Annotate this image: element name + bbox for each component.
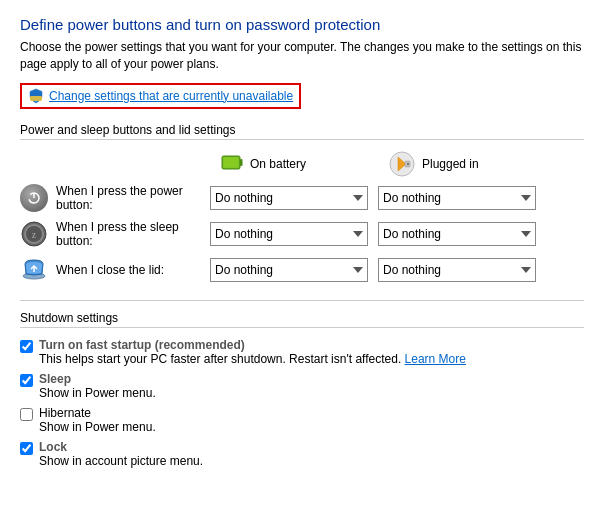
lock-subtitle: Show in account picture menu.: [39, 454, 203, 468]
lid-icon: [20, 256, 48, 284]
shutdown-section: Shutdown settings Turn on fast startup (…: [20, 311, 584, 468]
shutdown-section-label: Shutdown settings: [20, 311, 584, 328]
hibernate-checkbox[interactable]: [20, 408, 33, 421]
lid-plugged-in-dropdown-wrapper: Do nothing Sleep Hibernate Shut down Tur…: [378, 258, 536, 282]
fast-startup-checkbox[interactable]: [20, 340, 33, 353]
fast-startup-title: Turn on fast startup (recommended): [39, 338, 245, 352]
lock-item: Lock Show in account picture menu.: [20, 440, 584, 468]
section-divider: [20, 300, 584, 301]
power-section-label: Power and sleep buttons and lid settings: [20, 123, 584, 140]
sleep-button-icon: z: [20, 220, 48, 248]
svg-rect-5: [224, 158, 237, 167]
sleep-checkbox[interactable]: [20, 374, 33, 387]
lock-text: Lock Show in account picture menu.: [39, 440, 203, 468]
change-settings-link[interactable]: Change settings that are currently unava…: [28, 88, 293, 104]
power-plugged-in-dropdown[interactable]: Do nothing Sleep Hibernate Shut down Tur…: [378, 186, 536, 210]
lid-row: When I close the lid: Do nothing Sleep H…: [20, 256, 584, 284]
power-on-battery-dropdown[interactable]: Do nothing Sleep Hibernate Shut down Tur…: [210, 186, 368, 210]
power-plugged-in-dropdown-wrapper: Do nothing Sleep Hibernate Shut down Tur…: [378, 186, 536, 210]
power-button-icon: [20, 184, 48, 212]
lock-checkbox[interactable]: [20, 442, 33, 455]
shield-icon: [28, 88, 44, 104]
sleep-subtitle: Show in Power menu.: [39, 386, 156, 400]
plugged-in-label: Plugged in: [422, 157, 479, 171]
hibernate-subtitle: Show in Power menu.: [39, 420, 156, 434]
hibernate-title: Hibernate: [39, 406, 91, 420]
sleep-button-label: When I press the sleep button:: [56, 220, 210, 248]
sleep-on-battery-dropdown[interactable]: Do nothing Sleep Hibernate Shut down Tur…: [210, 222, 368, 246]
sleep-plugged-in-dropdown-wrapper: Do nothing Sleep Hibernate Shut down Tur…: [378, 222, 536, 246]
sleep-plugged-in-dropdown[interactable]: Do nothing Sleep Hibernate Shut down Tur…: [378, 222, 536, 246]
change-settings-container: Change settings that are currently unava…: [20, 83, 301, 109]
power-button-row: When I press the power button: Do nothin…: [20, 184, 584, 212]
learn-more-link[interactable]: Learn More: [405, 352, 466, 366]
on-battery-label: On battery: [250, 157, 306, 171]
change-settings-label: Change settings that are currently unava…: [49, 89, 293, 103]
page-description: Choose the power settings that you want …: [20, 39, 584, 73]
svg-rect-0: [30, 96, 42, 101]
sleep-title: Sleep: [39, 372, 71, 386]
on-battery-header: On battery: [220, 150, 388, 178]
fast-startup-item: Turn on fast startup (recommended) This …: [20, 338, 584, 366]
page-title: Define power buttons and turn on passwor…: [20, 16, 584, 33]
plugged-in-icon: [388, 150, 416, 178]
svg-rect-2: [240, 159, 243, 166]
plugged-in-header: Plugged in: [388, 150, 556, 178]
lid-plugged-in-dropdown[interactable]: Do nothing Sleep Hibernate Shut down Tur…: [378, 258, 536, 282]
hibernate-item: Hibernate Show in Power menu.: [20, 406, 584, 434]
sleep-on-battery-dropdown-wrapper: Do nothing Sleep Hibernate Shut down Tur…: [210, 222, 368, 246]
fast-startup-subtitle: This helps start your PC faster after sh…: [39, 352, 401, 366]
battery-icon: [220, 150, 244, 178]
lock-title: Lock: [39, 440, 67, 454]
sleep-button-row: z When I press the sleep button: Do noth…: [20, 220, 584, 248]
hibernate-text: Hibernate Show in Power menu.: [39, 406, 156, 434]
fast-startup-text: Turn on fast startup (recommended) This …: [39, 338, 466, 366]
lid-on-battery-dropdown[interactable]: Do nothing Sleep Hibernate Shut down Tur…: [210, 258, 368, 282]
column-headers: On battery Plugged in: [20, 150, 584, 178]
sleep-text: Sleep Show in Power menu.: [39, 372, 156, 400]
power-buttons-section: Power and sleep buttons and lid settings…: [20, 123, 584, 284]
lid-label: When I close the lid:: [56, 263, 210, 277]
lid-on-battery-dropdown-wrapper: Do nothing Sleep Hibernate Shut down Tur…: [210, 258, 368, 282]
sleep-item: Sleep Show in Power menu.: [20, 372, 584, 400]
power-button-label: When I press the power button:: [56, 184, 210, 212]
power-on-battery-dropdown-wrapper: Do nothing Sleep Hibernate Shut down Tur…: [210, 186, 368, 210]
svg-text:z: z: [32, 229, 37, 240]
